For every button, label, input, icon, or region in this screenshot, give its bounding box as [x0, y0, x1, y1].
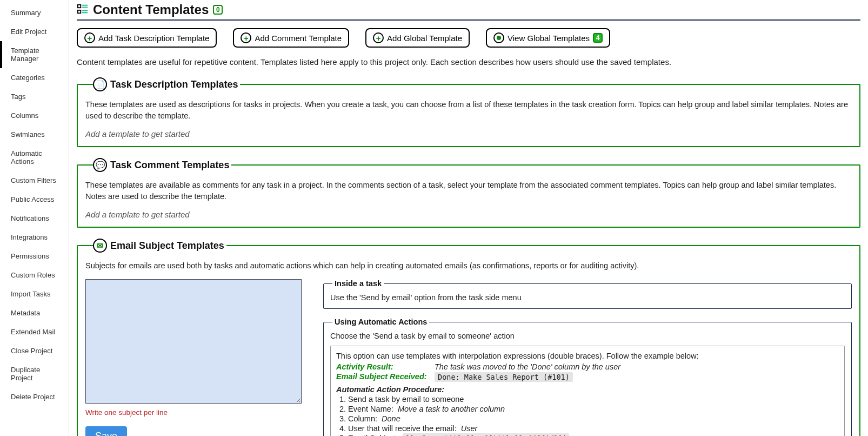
sidebar-item-integrations[interactable]: Integrations [0, 228, 69, 247]
procedure-step: Column: Done [348, 414, 839, 423]
email-icon: ✉ [93, 239, 107, 253]
procedure-step: User that will receive the email: User [348, 424, 839, 433]
comment-icon: 💬 [93, 158, 107, 172]
inside-task-fieldset: Inside a task Use the 'Send by email' op… [323, 279, 852, 309]
sidebar-item-custom-filters[interactable]: Custom Filters [0, 171, 69, 190]
main-content: Content Templates 0 + Add Task Descripti… [69, 0, 868, 436]
section-description: These templates are available as comment… [85, 180, 852, 202]
activity-result-value: The task was moved to the 'Done' column … [435, 362, 620, 371]
automatic-actions-text: Choose the 'Send a task by email to some… [330, 332, 845, 340]
section-title: Email Subject Templates [110, 240, 224, 252]
eye-icon [493, 32, 504, 43]
save-button[interactable]: Save [85, 426, 127, 436]
section-description: These templates are used as descriptions… [85, 99, 852, 122]
automatic-actions-fieldset: Using Automatic Actions Choose the 'Send… [323, 318, 852, 436]
procedure-list: Send a task by email to someone Event Na… [336, 395, 839, 436]
plus-icon: + [241, 32, 251, 43]
sidebar-item-swimlanes[interactable]: Swimlanes [0, 125, 69, 144]
section-description: Subjects for emails are used both by tas… [85, 260, 852, 272]
procedure-step: Send a task by email to someone [348, 395, 839, 404]
automatic-actions-legend: Using Automatic Actions [332, 318, 429, 326]
svg-rect-0 [78, 4, 81, 8]
sidebar-item-columns[interactable]: Columns [0, 106, 69, 125]
activity-result-row: Activity Result: The task was moved to t… [336, 362, 839, 371]
document-icon: 📄 [93, 77, 107, 91]
sidebar-item-notifications[interactable]: Notifications [0, 209, 69, 228]
sidebar-item-tags[interactable]: Tags [0, 87, 69, 106]
svg-rect-3 [78, 10, 81, 13]
plus-icon: + [84, 32, 95, 43]
view-global-templates-button[interactable]: View Global Templates 4 [486, 28, 610, 48]
email-subject-templates-section: ✉ Email Subject Templates Subjects for e… [77, 239, 860, 436]
email-subjects-textarea[interactable] [85, 279, 302, 404]
procedure-header: Automatic Action Procedure: [336, 385, 839, 394]
sidebar-item-duplicate-project[interactable]: Duplicate Project [0, 360, 69, 387]
empty-state: Add a template to get started [85, 129, 852, 138]
email-subject-code: {{column_title}}: {{title}} (#{{id}}) [403, 433, 570, 436]
sidebar-item-extended-mail[interactable]: Extended Mail [0, 322, 69, 341]
automatic-info-box: This option can use templates with inter… [330, 346, 845, 436]
template-count-badge: 0 [213, 5, 223, 15]
template-icon [77, 3, 89, 17]
toolbar: + Add Task Description Template + Add Co… [77, 28, 860, 48]
sidebar-item-summary[interactable]: Summary [0, 3, 69, 22]
sidebar-item-automatic-actions[interactable]: Automatic Actions [0, 144, 69, 171]
sidebar: Summary Edit Project Template Manager Ca… [0, 0, 69, 436]
section-title: Task Description Templates [110, 79, 238, 90]
procedure-step: Event Name: Move a task to another colum… [348, 405, 839, 413]
sidebar-item-categories[interactable]: Categories [0, 68, 69, 87]
inside-task-legend: Inside a task [332, 279, 384, 288]
textarea-hint: Write one subject per line [85, 408, 302, 417]
sidebar-item-edit-project[interactable]: Edit Project [0, 22, 69, 41]
empty-state: Add a template to get started [85, 210, 852, 219]
sidebar-item-metadata[interactable]: Metadata [0, 303, 69, 322]
intro-text: Content templates are useful for repetit… [77, 57, 860, 67]
plus-icon: + [373, 32, 384, 43]
sidebar-item-public-access[interactable]: Public Access [0, 190, 69, 209]
sidebar-item-custom-roles[interactable]: Custom Roles [0, 266, 69, 285]
section-title: Task Comment Templates [110, 160, 229, 171]
page-title: Content Templates [93, 2, 209, 17]
task-comment-templates-section: 💬 Task Comment Templates These templates… [77, 158, 860, 228]
email-body: Write one subject per line Save Inside a… [85, 279, 852, 436]
sidebar-item-delete-project[interactable]: Delete Project [0, 387, 69, 406]
add-global-template-button[interactable]: + Add Global Template [365, 28, 470, 48]
sidebar-item-permissions[interactable]: Permissions [0, 247, 69, 266]
global-count-badge: 4 [593, 33, 603, 43]
sidebar-item-import-tasks[interactable]: Import Tasks [0, 285, 69, 303]
add-comment-template-button[interactable]: + Add Comment Template [233, 28, 349, 48]
add-task-description-button[interactable]: + Add Task Description Template [77, 28, 217, 48]
page-header: Content Templates 0 [77, 2, 860, 21]
subject-received-value: Done: Make Sales Report (#101) [435, 372, 573, 382]
sidebar-item-close-project[interactable]: Close Project [0, 341, 69, 360]
subject-received-label: Email Subject Received: [336, 372, 432, 382]
subject-received-row: Email Subject Received: Done: Make Sales… [336, 372, 839, 382]
task-description-templates-section: 📄 Task Description Templates These templ… [77, 77, 860, 147]
procedure-step: Email Subject: {{column_title}}: {{title… [348, 434, 839, 436]
email-right-column: Inside a task Use the 'Send by email' op… [323, 279, 852, 436]
inside-task-text: Use the 'Send by email' option from the … [330, 293, 845, 302]
activity-result-label: Activity Result: [336, 362, 432, 371]
info-intro: This option can use templates with inter… [336, 352, 839, 360]
sidebar-item-template-manager[interactable]: Template Manager [0, 41, 69, 68]
email-left-column: Write one subject per line Save [85, 279, 302, 436]
